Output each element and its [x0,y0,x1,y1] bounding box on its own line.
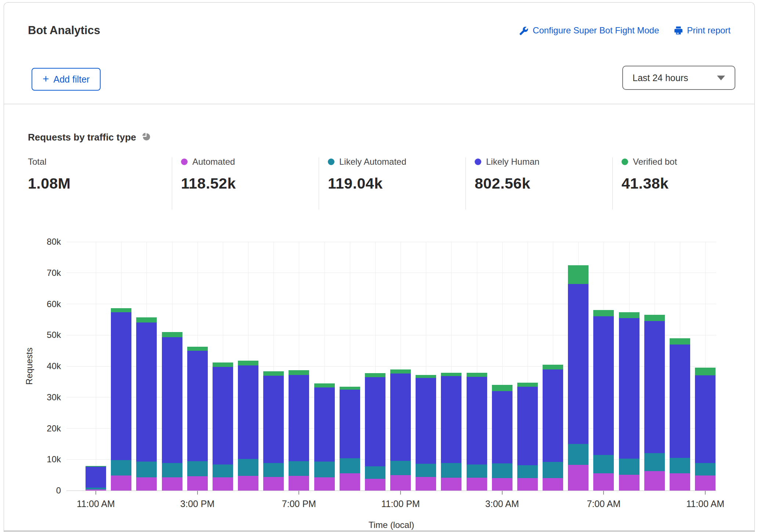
segment-likely-human[interactable] [695,375,716,463]
bar-6-00-pm[interactable] [263,371,284,491]
segment-verified-bot[interactable] [593,310,614,316]
segment-automated[interactable] [593,473,614,491]
segment-verified-bot[interactable] [162,332,182,337]
segment-verified-bot[interactable] [416,375,436,378]
segment-verified-bot[interactable] [670,338,690,345]
segment-likely-human[interactable] [543,369,563,462]
bar-1-00-am[interactable] [441,373,461,491]
segment-verified-bot[interactable] [238,361,258,366]
segment-automated[interactable] [263,477,284,491]
segment-automated[interactable] [568,465,588,491]
segment-likely-automated[interactable] [644,453,665,471]
segment-likely-automated[interactable] [492,463,512,478]
configure-super-bot-fight-mode-link[interactable]: Configure Super Bot Fight Mode [519,25,659,36]
segment-likely-human[interactable] [517,387,538,465]
segment-likely-automated[interactable] [365,466,385,479]
segment-likely-human[interactable] [263,376,284,463]
segment-likely-human[interactable] [86,467,106,488]
bar-3-00-am[interactable] [492,385,512,491]
segment-likely-automated[interactable] [263,463,284,477]
segment-likely-human[interactable] [162,337,182,463]
segment-automated[interactable] [365,479,385,491]
segment-likely-automated[interactable] [390,461,411,475]
segment-verified-bot[interactable] [340,387,360,390]
segment-likely-automated[interactable] [162,463,182,477]
bar-4-00-pm[interactable] [213,362,233,491]
segment-verified-bot[interactable] [263,371,284,376]
segment-automated[interactable] [86,489,106,491]
bar-8-00-pm[interactable] [314,383,335,491]
segment-automated[interactable] [162,477,182,491]
segment-verified-bot[interactable] [441,373,461,376]
segment-likely-human[interactable] [619,318,640,459]
segment-likely-automated[interactable] [314,462,335,477]
segment-automated[interactable] [314,477,335,491]
bar-12-00-pm[interactable] [111,308,131,491]
segment-verified-bot[interactable] [390,369,411,373]
bar-7-00-am[interactable] [593,310,614,491]
bar-5-00-am[interactable] [543,365,563,491]
bar-9-00-am[interactable] [644,315,665,491]
segment-likely-automated[interactable] [238,459,258,476]
segment-automated[interactable] [340,473,360,491]
bar-2-00-am[interactable] [467,373,487,491]
segment-likely-human[interactable] [416,378,436,464]
segment-likely-human[interactable] [390,374,411,461]
segment-automated[interactable] [670,473,690,491]
segment-likely-automated[interactable] [543,462,563,478]
segment-likely-human[interactable] [365,377,385,466]
segment-verified-bot[interactable] [111,308,131,312]
segment-likely-human[interactable] [238,365,258,459]
bar-11-00-am[interactable] [86,466,106,491]
segment-verified-bot[interactable] [86,466,106,467]
segment-automated[interactable] [289,476,309,491]
segment-automated[interactable] [644,471,665,491]
segment-likely-human[interactable] [644,321,665,453]
segment-likely-automated[interactable] [517,465,538,478]
bar-7-00-pm[interactable] [289,370,309,491]
segment-automated[interactable] [187,476,208,491]
segment-automated[interactable] [619,475,640,491]
bar-6-00-am[interactable] [568,265,588,491]
segment-verified-bot[interactable] [365,373,385,377]
segment-automated[interactable] [467,478,487,491]
segment-likely-human[interactable] [441,376,461,463]
segment-likely-automated[interactable] [568,444,588,465]
segment-likely-human[interactable] [340,390,360,458]
segment-likely-automated[interactable] [670,458,690,473]
segment-verified-bot[interactable] [314,383,335,387]
segment-automated[interactable] [517,478,538,491]
bar-12-00-am[interactable] [416,375,436,491]
segment-likely-human[interactable] [136,323,157,462]
segment-verified-bot[interactable] [187,347,208,351]
segment-verified-bot[interactable] [289,370,309,375]
segment-automated[interactable] [416,477,436,491]
segment-likely-human[interactable] [467,377,487,464]
segment-verified-bot[interactable] [644,315,665,321]
segment-likely-human[interactable] [289,375,309,462]
bar-8-00-am[interactable] [619,312,640,491]
segment-likely-automated[interactable] [187,461,208,477]
segment-verified-bot[interactable] [517,383,538,387]
segment-likely-automated[interactable] [340,458,360,474]
segment-likely-human[interactable] [213,367,233,464]
segment-likely-human[interactable] [670,345,690,458]
bar-10-00-am[interactable] [670,338,690,491]
segment-likely-automated[interactable] [593,455,614,473]
segment-likely-automated[interactable] [619,459,640,475]
bar-11-00-pm[interactable] [390,369,411,491]
segment-automated[interactable] [390,475,411,491]
segment-verified-bot[interactable] [492,385,512,391]
segment-automated[interactable] [111,475,131,491]
segment-likely-automated[interactable] [136,462,157,477]
segment-likely-human[interactable] [492,391,512,463]
segment-automated[interactable] [238,476,258,491]
segment-verified-bot[interactable] [136,317,157,323]
segment-likely-automated[interactable] [111,460,131,475]
segment-likely-human[interactable] [593,316,614,455]
segment-likely-automated[interactable] [467,464,487,478]
segment-automated[interactable] [543,478,563,491]
segment-likely-automated[interactable] [289,461,309,476]
segment-likely-automated[interactable] [86,488,106,489]
segment-verified-bot[interactable] [467,373,487,377]
